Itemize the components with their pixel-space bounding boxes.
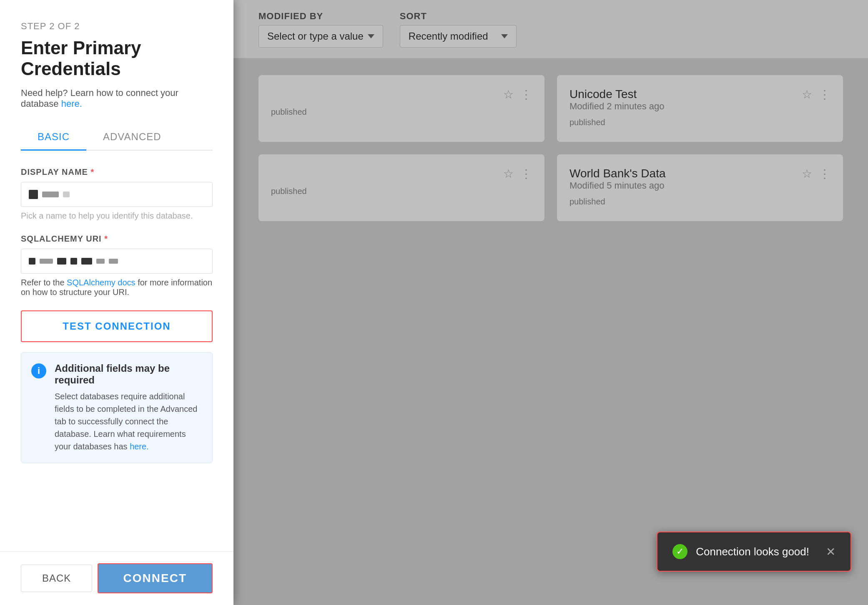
test-connection-button[interactable]: TEST CONNECTION — [21, 310, 213, 342]
step-label: STEP 2 OF 2 — [21, 21, 213, 32]
display-name-label: DISPLAY NAME * — [21, 167, 213, 177]
display-name-input[interactable] — [21, 182, 213, 207]
sqlalchemy-hint: Refer to the SQLAlchemy docs for more in… — [21, 278, 213, 297]
info-box: i Additional fields may be required Sele… — [21, 352, 213, 463]
display-name-field-group: DISPLAY NAME * Pick a name to help you i… — [21, 167, 213, 221]
display-name-block-gray — [42, 192, 59, 197]
sqlalchemy-field-group: SQLALCHEMY URI * Refer to the SQLAlchemy… — [21, 234, 213, 297]
help-text: Need help? Learn how to connect your dat… — [21, 88, 213, 109]
modal-title: Enter Primary Credentials — [21, 38, 213, 79]
sqlalchemy-label: SQLALCHEMY URI * — [21, 234, 213, 244]
tab-advanced[interactable]: ADVANCED — [86, 124, 178, 151]
display-name-block-dark — [29, 190, 38, 199]
help-link[interactable]: here. — [61, 98, 82, 109]
info-box-description: Select databases require additional fiel… — [55, 390, 202, 453]
info-icon: i — [31, 363, 46, 378]
display-name-hint: Pick a name to help you identify this da… — [21, 211, 213, 221]
required-star-2: * — [104, 234, 108, 243]
modal-overlay: STEP 2 OF 2 Enter Primary Credentials Ne… — [0, 0, 233, 605]
background-overlay — [233, 0, 868, 605]
tab-basic[interactable]: BASIC — [21, 124, 86, 151]
toast-close-button[interactable]: ✕ — [826, 545, 835, 559]
uri-block-2 — [40, 259, 53, 264]
uri-block-6 — [96, 259, 105, 264]
uri-block-4 — [70, 258, 77, 265]
display-name-block-light — [63, 192, 70, 197]
sqlalchemy-input[interactable] — [21, 249, 213, 274]
toast-check-icon: ✓ — [672, 544, 687, 559]
back-button[interactable]: BACK — [21, 565, 92, 592]
uri-block-1 — [29, 258, 35, 265]
toast-message: Connection looks good! — [696, 545, 809, 558]
modal-footer: BACK CONNECT — [0, 551, 233, 605]
info-text-block: Additional fields may be required Select… — [55, 363, 202, 453]
uri-block-5 — [81, 258, 92, 265]
tab-bar: BASIC ADVANCED — [21, 124, 213, 151]
info-box-title: Additional fields may be required — [55, 363, 202, 386]
uri-block-7 — [109, 259, 118, 264]
required-star: * — [91, 167, 95, 176]
info-box-link[interactable]: here. — [130, 442, 149, 451]
toast-notification: ✓ Connection looks good! ✕ — [657, 532, 851, 572]
modal-content: STEP 2 OF 2 Enter Primary Credentials Ne… — [0, 0, 233, 551]
sqlalchemy-docs-link[interactable]: SQLAlchemy docs — [67, 278, 135, 287]
connect-button[interactable]: CONNECT — [98, 563, 213, 593]
uri-block-3 — [57, 258, 66, 265]
